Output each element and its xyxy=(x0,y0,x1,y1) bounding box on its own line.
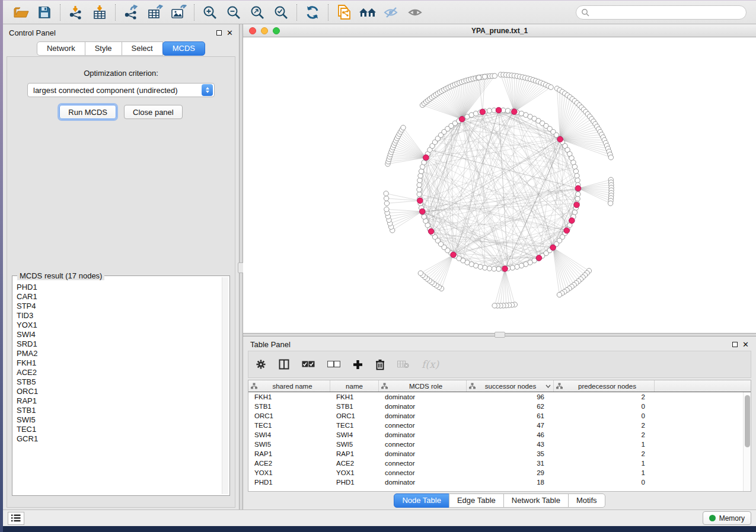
task-history-button[interactable] xyxy=(8,512,24,525)
table-cell[interactable]: 46 xyxy=(467,430,554,440)
table-cell[interactable] xyxy=(655,468,743,477)
deselect-all-checkboxes-icon[interactable] xyxy=(327,361,340,368)
duplicate-network-icon[interactable] xyxy=(332,3,356,22)
network-window-titlebar[interactable]: YPA_prune.txt_1 xyxy=(243,24,756,37)
table-cell[interactable]: dominator xyxy=(379,411,467,421)
mcds-result-item[interactable]: PHD1 xyxy=(17,283,222,292)
float-panel-icon[interactable] xyxy=(732,342,738,347)
tab-select[interactable]: Select xyxy=(122,41,163,56)
column-header-shared-name[interactable]: shared name xyxy=(248,380,330,392)
table-cell[interactable]: SWI4 xyxy=(248,430,330,440)
tab-motifs[interactable]: Motifs xyxy=(568,493,605,508)
table-cell[interactable]: connector xyxy=(379,468,467,477)
table-cell[interactable]: 96 xyxy=(467,392,554,402)
table-cell[interactable]: 62 xyxy=(467,402,554,411)
table-cell[interactable]: connector xyxy=(379,459,467,468)
mcds-result-item[interactable]: YOX1 xyxy=(17,321,222,330)
table-row[interactable]: PHD1PHD1dominator180 xyxy=(248,477,743,487)
save-session-icon[interactable] xyxy=(33,3,56,22)
open-file-icon[interactable] xyxy=(9,3,33,22)
table-row[interactable]: ORC1ORC1dominator610 xyxy=(248,411,743,421)
network-graph[interactable] xyxy=(243,37,754,333)
table-cell[interactable]: PHD1 xyxy=(248,477,330,487)
table-row[interactable]: SWI5SWI5connector431 xyxy=(248,440,743,449)
splitter-grip[interactable] xyxy=(495,332,505,338)
mcds-result-item[interactable]: RAP1 xyxy=(17,396,222,406)
table-row[interactable]: ACE2ACE2connector311 xyxy=(248,459,743,468)
table-cell[interactable]: ACE2 xyxy=(330,459,379,468)
table-cell[interactable]: 2 xyxy=(554,449,655,459)
export-image-icon[interactable] xyxy=(167,3,190,22)
table-cell[interactable]: dominator xyxy=(379,392,467,402)
table-cell[interactable]: 47 xyxy=(467,421,554,430)
zoom-out-icon[interactable] xyxy=(222,3,245,22)
mcds-result-item[interactable]: ORC1 xyxy=(17,387,222,396)
table-cell[interactable]: dominator xyxy=(379,402,467,411)
table-row[interactable]: STB1STB1dominator620 xyxy=(248,402,743,411)
table-cell[interactable]: connector xyxy=(379,440,467,449)
table-cell[interactable]: ACE2 xyxy=(248,459,330,468)
hide-selected-icon[interactable] xyxy=(379,3,403,22)
table-cell[interactable] xyxy=(655,440,743,449)
table-cell[interactable]: dominator xyxy=(379,477,467,487)
import-network-icon[interactable] xyxy=(64,3,88,22)
mcds-result-item[interactable]: STB5 xyxy=(17,377,222,387)
tab-edge-table[interactable]: Edge Table xyxy=(449,493,504,508)
table-cell[interactable]: SWI5 xyxy=(248,440,330,449)
table-cell[interactable] xyxy=(655,421,743,430)
mcds-result-item[interactable]: STP4 xyxy=(17,302,222,311)
network-canvas[interactable] xyxy=(243,37,756,333)
column-header-successor-nodes[interactable]: successor nodes xyxy=(467,380,554,392)
zoom-in-icon[interactable] xyxy=(198,3,222,22)
close-panel-icon[interactable]: ✕ xyxy=(742,342,749,347)
mcds-result-item[interactable]: TEC1 xyxy=(17,425,222,434)
memory-button[interactable]: Memory xyxy=(703,511,751,525)
table-cell[interactable]: FKH1 xyxy=(330,392,379,402)
table-cell[interactable]: SWI4 xyxy=(330,430,379,440)
tab-node-table[interactable]: Node Table xyxy=(394,493,449,508)
table-cell[interactable]: RAP1 xyxy=(248,449,330,459)
table-cell[interactable] xyxy=(655,449,743,459)
import-table-icon[interactable] xyxy=(88,3,111,22)
table-cell[interactable]: 43 xyxy=(467,440,554,449)
table-cell[interactable] xyxy=(655,459,743,468)
zoom-fit-icon[interactable] xyxy=(245,3,269,22)
export-table-icon[interactable] xyxy=(143,3,167,22)
tab-network-table[interactable]: Network Table xyxy=(503,493,569,508)
column-header-predecessor-nodes[interactable]: predecessor nodes xyxy=(554,380,655,392)
scrollbar-thumb[interactable] xyxy=(745,395,750,447)
table-cell[interactable]: 61 xyxy=(467,411,554,421)
table-cell[interactable]: 2 xyxy=(554,421,655,430)
zoom-selected-icon[interactable] xyxy=(269,3,293,22)
table-cell[interactable]: YOX1 xyxy=(330,468,379,477)
horizontal-splitter[interactable] xyxy=(243,333,756,336)
table-cell[interactable]: TEC1 xyxy=(248,421,330,430)
table-cell[interactable]: 2 xyxy=(554,392,655,402)
table-cell[interactable] xyxy=(655,430,743,440)
table-cell[interactable] xyxy=(655,477,743,487)
mcds-result-item[interactable]: CAR1 xyxy=(17,292,222,302)
table-cell[interactable]: 1 xyxy=(554,459,655,468)
mcds-result-item[interactable]: ACE2 xyxy=(17,368,222,377)
tab-mcds[interactable]: MCDS xyxy=(162,41,205,56)
close-panel-button[interactable]: Close panel xyxy=(124,105,183,119)
table-cell[interactable]: ORC1 xyxy=(330,411,379,421)
table-settings-gear-icon[interactable] xyxy=(256,359,266,370)
mcds-result-scrollbar[interactable] xyxy=(222,277,228,494)
close-panel-icon[interactable]: ✕ xyxy=(227,30,233,36)
mcds-result-item[interactable]: FKH1 xyxy=(17,358,222,368)
table-cell[interactable]: 31 xyxy=(467,459,554,468)
table-cell[interactable]: ORC1 xyxy=(248,411,330,421)
mcds-result-item[interactable]: SWI5 xyxy=(17,415,222,425)
mcds-result-item[interactable]: SWI4 xyxy=(17,330,222,339)
table-cell[interactable]: 1 xyxy=(554,468,655,477)
table-cell[interactable]: YOX1 xyxy=(248,468,330,477)
table-cell[interactable]: PHD1 xyxy=(330,477,379,487)
table-cell[interactable]: 1 xyxy=(554,440,655,449)
refresh-view-icon[interactable] xyxy=(301,3,324,22)
table-cell[interactable]: 0 xyxy=(554,402,655,411)
table-cell[interactable]: 18 xyxy=(467,477,554,487)
mcds-result-item[interactable]: GCR1 xyxy=(17,434,222,444)
table-cell[interactable]: TEC1 xyxy=(330,421,379,430)
table-row[interactable]: RAP1RAP1dominator352 xyxy=(248,449,743,459)
